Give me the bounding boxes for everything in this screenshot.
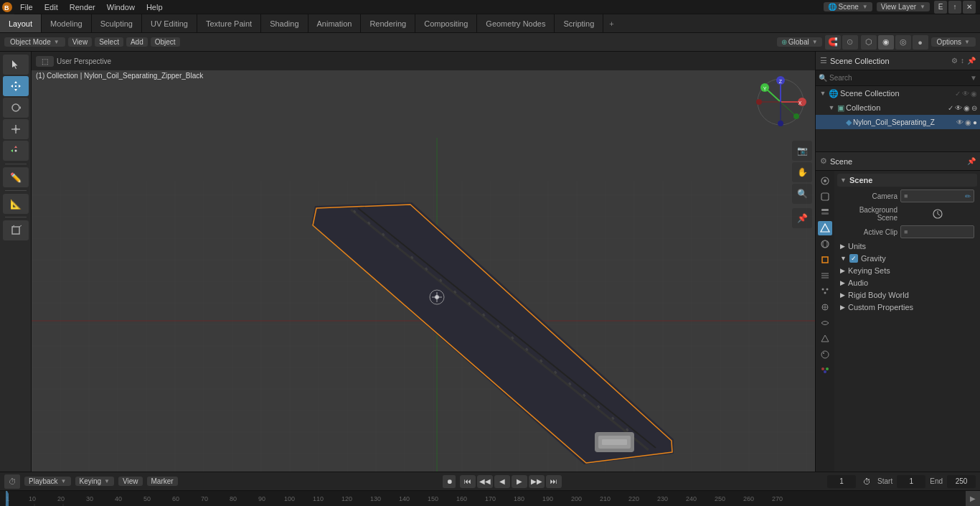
rigid-body-header[interactable]: ▶ Rigid Body World (837, 289, 977, 301)
view-layer-selector[interactable]: View Layer ▼ (877, 2, 930, 11)
tab-uv-editing[interactable]: UV Editing (142, 14, 197, 32)
col-eye[interactable]: 👁 (955, 104, 962, 112)
scene-selector[interactable]: 🌐 Scene ▼ (824, 2, 872, 11)
jump-end-btn[interactable]: ⏭ (546, 475, 562, 488)
current-frame-input[interactable]: 1 (827, 475, 856, 488)
view-menu[interactable]: View (68, 37, 93, 47)
tab-modeling[interactable]: Modeling (42, 14, 92, 32)
move-tool[interactable] (3, 76, 29, 96)
cursor-tool[interactable] (3, 55, 29, 75)
props-tab-modifier[interactable] (818, 268, 832, 283)
viewport-3d[interactable]: ⬚ User Perspective (1) Collection | Nylo… (32, 52, 815, 472)
camera-edit-btn[interactable]: ✏ (965, 192, 971, 200)
outliner-search-input[interactable] (829, 74, 970, 82)
outliner-row-collection[interactable]: ▼ ▣ Collection ✓ 👁 ◉ ⊖ (816, 100, 980, 115)
tab-texture-paint[interactable]: Texture Paint (197, 14, 261, 32)
col-check1[interactable]: ✓ (948, 104, 953, 112)
props-tab-object[interactable] (818, 253, 832, 267)
editor-type-btn[interactable]: ⬚ (36, 56, 54, 67)
transform-orientation[interactable]: ⊕ Global▼ (777, 37, 822, 47)
prev-keyframe-btn[interactable]: ◀◀ (477, 475, 493, 488)
tab-geometry-nodes[interactable]: Geometry Nodes (477, 14, 555, 32)
scene-col-check1[interactable]: ✓ (955, 90, 961, 98)
props-tab-view-layer[interactable] (818, 205, 832, 220)
viewport-zoom-btn[interactable]: 🔍 (792, 184, 812, 204)
options-menu[interactable]: Options▼ (931, 37, 976, 47)
gravity-header[interactable]: ▼ ✓ Gravity (837, 253, 977, 264)
outliner-sync-btn[interactable]: ↕ (961, 57, 964, 65)
record-btn[interactable]: ⏺ (443, 475, 456, 488)
gravity-checkbox[interactable]: ✓ (849, 254, 858, 263)
close-btn-top[interactable]: ✕ (963, 1, 976, 14)
props-tab-material[interactable] (818, 347, 832, 362)
keying-sets-header[interactable]: ▶ Keying Sets (837, 265, 977, 276)
mode-selector[interactable]: Object Mode▼ (4, 37, 65, 47)
scene-section-header[interactable]: ▼ Scene (837, 174, 977, 187)
viewport-hand-btn[interactable]: ✋ (792, 162, 812, 182)
next-keyframe-btn[interactable]: ▶▶ (529, 475, 545, 488)
obj-eye[interactable]: 👁 (956, 118, 963, 126)
menu-file[interactable]: File (14, 0, 39, 14)
units-header[interactable]: ▶ Units (837, 240, 977, 252)
outliner-row-scene-collection[interactable]: ▼ 🌐 Scene Collection ✓ 👁 ◉ (816, 86, 980, 100)
jump-start-btn[interactable]: ⏮ (460, 475, 476, 488)
props-tab-particles[interactable] (818, 284, 832, 299)
props-tab-output[interactable] (818, 189, 832, 204)
tab-sculpting[interactable]: Sculpting (92, 14, 142, 32)
props-tab-world[interactable] (818, 237, 832, 251)
props-tab-constraints[interactable] (818, 316, 832, 330)
marker-menu[interactable]: Marker (147, 477, 178, 486)
col-exclude[interactable]: ⊖ (971, 104, 977, 112)
select-menu[interactable]: Select (95, 37, 123, 47)
share-btn[interactable]: ↑ (948, 1, 961, 14)
add-cube-tool[interactable] (3, 220, 29, 240)
camera-field[interactable]: ■ ✏ (900, 189, 974, 202)
play-reverse-btn[interactable]: ◀ (494, 475, 510, 488)
active-clip-field[interactable]: ■ (900, 225, 974, 238)
obj-visible[interactable]: ● (973, 118, 977, 126)
menu-help[interactable]: Help (141, 0, 169, 14)
menu-render[interactable]: Render (64, 0, 101, 14)
scene-col-eye[interactable]: 👁 (962, 90, 969, 98)
outliner-pin-btn[interactable]: 📌 (967, 57, 976, 65)
props-tab-scene[interactable] (818, 221, 832, 235)
proportional-edit[interactable]: ⊙ (842, 35, 858, 50)
measure-tool[interactable]: 📐 (3, 194, 29, 214)
viewport-gizmo[interactable]: X Y Z (752, 73, 809, 131)
obj-select[interactable]: ◉ (965, 118, 971, 126)
viewport-pin-btn[interactable]: 📌 (792, 208, 812, 228)
wire-shading[interactable]: ⬡ (861, 35, 877, 50)
filter-icon[interactable]: ▼ (970, 74, 977, 82)
clock-icon[interactable]: ⏱ (860, 475, 873, 488)
end-frame-input[interactable]: 250 (947, 475, 976, 488)
tab-layout[interactable]: Layout (0, 14, 42, 32)
rotate-tool[interactable] (3, 98, 29, 118)
snap-toggle[interactable]: 🧲 (825, 35, 841, 50)
props-tab-color-mgmt[interactable] (818, 363, 832, 378)
audio-header[interactable]: ▶ Audio (837, 277, 977, 289)
start-frame-input[interactable]: 1 (897, 475, 925, 488)
scene-col-select[interactable]: ◉ (971, 90, 977, 98)
tab-shading[interactable]: Shading (261, 14, 308, 32)
outliner-row-object[interactable]: ◆ Nylon_Coil_Separating_Z 👁 ◉ ● (816, 115, 980, 129)
keying-menu[interactable]: Keying▼ (75, 477, 115, 486)
transform-tool[interactable] (3, 141, 29, 161)
bg-scene-icon-btn[interactable] (900, 207, 974, 220)
timeline-editor-type-btn[interactable]: ⏱ (4, 474, 20, 489)
add-menu[interactable]: Add (126, 37, 148, 47)
viewport-camera-btn[interactable]: 📷 (792, 141, 812, 161)
object-menu[interactable]: Object (151, 37, 180, 47)
tab-rendering[interactable]: Rendering (361, 14, 415, 32)
props-pin-btn[interactable]: 📌 (967, 157, 976, 165)
rendered-shading[interactable]: ● (913, 35, 928, 50)
col-select[interactable]: ◉ (963, 104, 970, 112)
material-shading[interactable]: ◎ (895, 35, 911, 50)
scrubber-bar[interactable]: 1 10 20 30 40 50 60 70 80 90 100 110 120… (0, 490, 980, 506)
tab-compositing[interactable]: Compositing (415, 14, 477, 32)
solid-shading[interactable]: ◉ (878, 35, 894, 50)
tab-animation[interactable]: Animation (308, 14, 362, 32)
tab-scripting[interactable]: Scripting (555, 14, 603, 32)
menu-edit[interactable]: Edit (39, 0, 64, 14)
outliner-filter-btn[interactable]: ⚙ (951, 57, 958, 65)
scale-tool[interactable] (3, 119, 29, 139)
